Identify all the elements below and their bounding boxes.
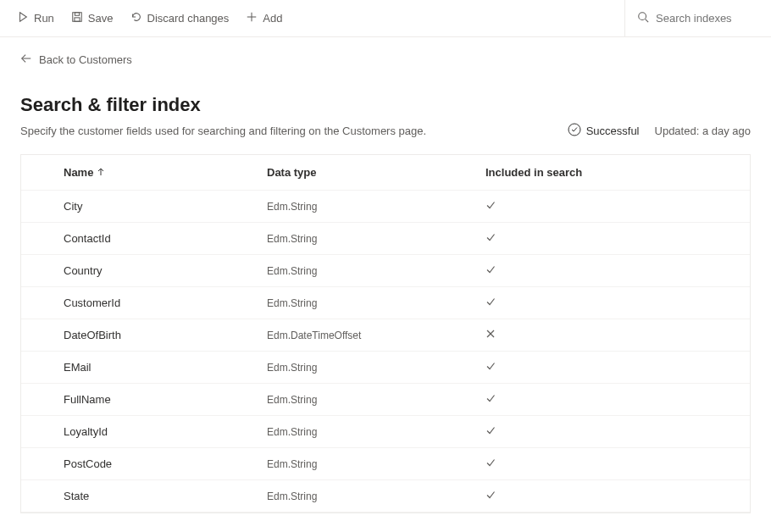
- success-icon: [568, 123, 581, 139]
- svg-rect-1: [73, 13, 82, 22]
- table-row[interactable]: ContactIdEdm.String: [21, 223, 750, 255]
- table-header-row: Name Data type Included in search: [21, 155, 750, 191]
- check-icon: [485, 200, 496, 213]
- cell-included: [479, 320, 750, 350]
- fields-table: Name Data type Included in search CityEd…: [20, 154, 751, 513]
- updated-text: Updated: a day ago: [655, 125, 751, 137]
- search-indexes[interactable]: [625, 11, 761, 25]
- table-row[interactable]: DateOfBirthEdm.DateTimeOffset: [21, 319, 750, 352]
- column-header-included[interactable]: Included in search: [479, 158, 750, 187]
- run-label: Run: [34, 12, 54, 25]
- cell-included: [479, 352, 750, 382]
- check-icon: [485, 490, 496, 502]
- cell-name: PostCode: [64, 449, 267, 479]
- cell-datatype: Edm.String: [267, 450, 479, 479]
- svg-rect-2: [75, 13, 79, 16]
- toolbar-actions: Run Save Discard changes Add: [10, 6, 289, 30]
- cell-datatype: Edm.String: [267, 385, 479, 414]
- search-input[interactable]: [656, 12, 749, 25]
- cell-datatype: Edm.String: [267, 192, 479, 221]
- table-row[interactable]: CustomerIdEdm.String: [21, 287, 750, 319]
- column-header-datatype[interactable]: Data type: [267, 158, 479, 187]
- cell-name: DateOfBirth: [64, 320, 267, 350]
- table-row[interactable]: EMailEdm.String: [21, 352, 750, 384]
- check-icon: [485, 457, 496, 470]
- cell-included: [479, 449, 750, 479]
- svg-rect-3: [75, 18, 80, 21]
- cell-name: Country: [64, 256, 267, 285]
- plus-icon: [246, 11, 258, 25]
- header-meta-row: Specify the customer fields used for sea…: [20, 123, 751, 139]
- save-icon: [71, 11, 83, 25]
- column-datatype-label: Data type: [267, 166, 317, 179]
- cell-included: [479, 224, 750, 253]
- cell-included: [479, 191, 750, 221]
- run-button[interactable]: Run: [10, 6, 61, 30]
- undo-icon: [130, 11, 142, 25]
- status-text: Successful: [586, 125, 640, 137]
- column-name-label: Name: [64, 166, 93, 179]
- cell-included: [479, 288, 750, 318]
- cell-included: [479, 417, 750, 446]
- status-badge: Successful: [568, 123, 640, 139]
- cell-included: [479, 481, 750, 511]
- arrow-left-icon: [20, 53, 32, 67]
- cell-included: [479, 385, 750, 414]
- page-header: Search & filter index Specify the custom…: [0, 74, 771, 149]
- check-icon: [485, 393, 496, 406]
- check-icon: [485, 361, 496, 374]
- cell-name: FullName: [64, 385, 267, 414]
- save-label: Save: [88, 12, 114, 25]
- discard-button[interactable]: Discard changes: [124, 6, 236, 30]
- cell-datatype: Edm.String: [267, 257, 479, 285]
- play-icon: [17, 11, 29, 25]
- table-row[interactable]: LoyaltyIdEdm.String: [21, 416, 750, 448]
- cell-datatype: Edm.String: [267, 418, 479, 446]
- cell-name: State: [64, 481, 267, 511]
- cell-name: CustomerId: [64, 288, 267, 318]
- check-icon: [485, 232, 496, 245]
- cell-datatype: Edm.String: [267, 289, 479, 318]
- table-row[interactable]: StateEdm.String: [21, 480, 750, 513]
- add-label: Add: [263, 12, 282, 25]
- top-toolbar: Run Save Discard changes Add: [0, 0, 771, 37]
- cell-name: ContactId: [64, 224, 267, 253]
- column-included-label: Included in search: [485, 166, 582, 179]
- check-icon: [485, 425, 496, 438]
- table-row[interactable]: CityEdm.String: [21, 191, 750, 223]
- page-description: Specify the customer fields used for sea…: [20, 125, 552, 137]
- discard-label: Discard changes: [147, 12, 230, 25]
- cell-included: [479, 256, 750, 285]
- add-button[interactable]: Add: [239, 6, 289, 30]
- svg-point-9: [569, 124, 580, 136]
- cell-datatype: Edm.String: [267, 353, 479, 382]
- page-title: Search & filter index: [20, 94, 751, 116]
- column-header-name[interactable]: Name: [64, 158, 267, 187]
- table-row[interactable]: CountryEdm.String: [21, 255, 750, 287]
- cell-name: City: [64, 191, 267, 221]
- cell-name: LoyaltyId: [64, 417, 267, 446]
- back-link[interactable]: Back to Customers: [0, 37, 771, 74]
- cell-name: EMail: [64, 352, 267, 382]
- table-row[interactable]: PostCodeEdm.String: [21, 448, 750, 480]
- check-icon: [485, 296, 496, 309]
- sort-asc-icon: [97, 166, 105, 179]
- search-icon: [637, 11, 649, 25]
- cell-datatype: Edm.String: [267, 482, 479, 511]
- svg-point-6: [639, 13, 646, 20]
- back-label: Back to Customers: [39, 53, 132, 66]
- save-button[interactable]: Save: [64, 6, 120, 30]
- x-icon: [485, 329, 496, 341]
- svg-line-7: [646, 19, 649, 23]
- check-icon: [485, 264, 496, 277]
- svg-marker-0: [20, 13, 27, 22]
- cell-datatype: Edm.String: [267, 224, 479, 253]
- cell-datatype: Edm.DateTimeOffset: [267, 321, 479, 350]
- table-row[interactable]: FullNameEdm.String: [21, 384, 750, 416]
